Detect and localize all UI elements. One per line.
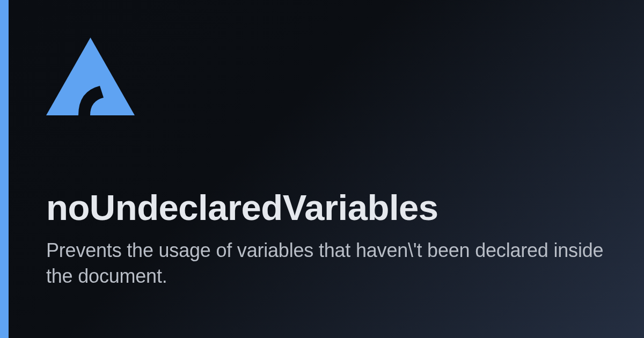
- triangle-logo-icon: [46, 38, 135, 115]
- text-block: noUndeclaredVariables Prevents the usage…: [46, 187, 606, 290]
- page-title: noUndeclaredVariables: [46, 187, 606, 228]
- page-description: Prevents the usage of variables that hav…: [46, 238, 606, 290]
- content-area: noUndeclaredVariables Prevents the usage…: [9, 0, 644, 338]
- accent-bar: [0, 0, 9, 338]
- page-container: noUndeclaredVariables Prevents the usage…: [0, 0, 644, 338]
